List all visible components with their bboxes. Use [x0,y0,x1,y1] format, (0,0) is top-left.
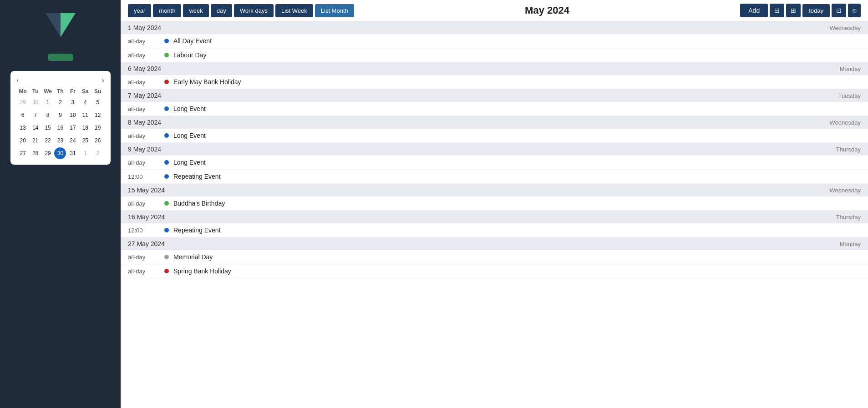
prev-icon-btn[interactable]: ⊟ [770,4,784,17]
mini-cal-day[interactable]: 10 [67,109,79,121]
event-row[interactable]: all-dayLabour Day [121,48,868,62]
event-row[interactable]: all-dayLong Event [121,129,868,143]
mini-cal-day[interactable]: 12 [92,109,104,121]
event-time: all-day [128,106,164,112]
view-btn-year[interactable]: year [128,4,151,17]
event-row[interactable]: 12:00Repeating Event [121,223,868,237]
mini-cal-day[interactable]: 27 [17,147,29,159]
mini-cal-day[interactable]: 14 [30,122,41,134]
mini-cal-day[interactable]: 25 [79,135,91,146]
view-btn-list-month[interactable]: List Month [315,4,354,17]
event-name: Long Event [173,132,206,139]
event-row[interactable]: all-dayLong Event [121,102,868,116]
mini-cal-day[interactable]: 11 [79,109,91,121]
date-label: 9 May 2024 [128,146,836,153]
mini-cal-day[interactable]: 6 [17,109,29,121]
day-name: Thursday [836,214,861,221]
export-icon-btn[interactable]: ⊡ [832,4,846,17]
share-icon-btn[interactable]: ⎋ [848,4,861,17]
event-row[interactable]: all-dayAll Day Event [121,34,868,48]
next-month-button[interactable]: › [102,76,104,84]
mini-cal-day[interactable]: 21 [30,135,41,146]
add-button[interactable]: Add [740,4,768,17]
date-row: 7 May 2024Tuesday [121,89,868,102]
date-row: 1 May 2024Wednesday [121,21,868,34]
view-btn-work-days[interactable]: Work days [234,4,274,17]
day-name: Wednesday [830,187,861,194]
event-row[interactable]: all-daySpring Bank Holiday [121,264,868,278]
mini-cal-day[interactable]: 5 [92,96,104,108]
import-icon-btn[interactable]: ⊞ [786,4,801,17]
event-row[interactable]: 12:00Repeating Event [121,170,868,184]
mini-cal-day[interactable]: 17 [67,122,79,134]
mini-cal-header: ‹ › [17,76,104,84]
mini-cal-day[interactable]: 2 [54,96,66,108]
event-time: all-day [128,79,164,86]
mini-cal-day[interactable]: 1 [79,147,91,159]
event-name: Early May Bank Holiday [173,78,241,86]
event-dot [164,255,169,259]
date-label: 7 May 2024 [128,92,838,99]
home-button[interactable] [48,54,73,61]
event-dot [164,39,169,43]
view-btn-day[interactable]: day [211,4,232,17]
mini-calendar: ‹ › MoTuWeThFrSaSu2930123456789101112131… [10,71,111,165]
day-name: Tuesday [838,92,861,99]
event-time: 12:00 [128,227,164,234]
mini-cal-day[interactable]: 18 [79,122,91,134]
event-name: Labour Day [173,51,206,59]
day-name: Monday [840,241,861,247]
mini-cal-day[interactable]: 16 [54,122,66,134]
event-row[interactable]: all-dayLong Event [121,156,868,170]
mini-cal-day[interactable]: 13 [17,122,29,134]
mini-cal-day[interactable]: 29 [42,147,54,159]
date-row: 15 May 2024Wednesday [121,184,868,196]
mini-cal-day[interactable]: 23 [54,135,66,146]
event-dot [164,53,169,57]
date-row: 27 May 2024Monday [121,237,868,250]
event-name: Spring Bank Holiday [173,267,231,275]
toolbar: yearmonthweekdayWork daysList WeekList M… [121,0,868,21]
day-name: Wednesday [830,25,861,31]
event-dot [164,80,169,84]
view-btn-month[interactable]: month [153,4,181,17]
event-row[interactable]: all-dayEarly May Bank Holiday [121,75,868,89]
event-name: Long Event [173,159,206,166]
view-btn-list-week[interactable]: List Week [275,4,313,17]
mini-cal-month-year [60,77,61,84]
mini-cal-day[interactable]: 31 [67,147,79,159]
mini-cal-day[interactable]: 7 [30,109,41,121]
day-header: We [41,87,54,96]
mini-cal-day[interactable]: 26 [92,135,104,146]
prev-month-button[interactable]: ‹ [17,76,19,84]
mini-cal-day[interactable]: 28 [30,147,41,159]
mini-cal-day[interactable]: 15 [42,122,54,134]
mini-cal-day[interactable]: 2 [92,147,104,159]
mini-cal-day[interactable]: 1 [42,96,54,108]
event-name: Buddha's Birthday [173,200,225,207]
sidebar: ‹ › MoTuWeThFrSaSu2930123456789101112131… [0,0,121,408]
event-name: Repeating Event [173,173,221,180]
mini-cal-day[interactable]: 3 [67,96,79,108]
date-row: 16 May 2024Thursday [121,211,868,223]
vue-logo [42,9,79,41]
mini-cal-day[interactable]: 30 [54,147,66,159]
mini-cal-day[interactable]: 9 [54,109,66,121]
mini-cal-day[interactable]: 30 [30,96,41,108]
mini-cal-day[interactable]: 4 [79,96,91,108]
mini-cal-day[interactable]: 22 [42,135,54,146]
event-row[interactable]: all-dayMemorial Day [121,250,868,264]
event-dot [164,201,169,206]
mini-cal-day[interactable]: 19 [92,122,104,134]
day-header: Mo [17,87,29,96]
day-header: Su [91,87,104,96]
mini-cal-day[interactable]: 24 [67,135,79,146]
day-header: Fr [66,87,79,96]
mini-cal-day[interactable]: 8 [42,109,54,121]
event-row[interactable]: all-dayBuddha's Birthday [121,196,868,211]
event-time: all-day [128,52,164,59]
mini-cal-day[interactable]: 29 [17,96,29,108]
mini-cal-day[interactable]: 20 [17,135,29,146]
view-btn-week[interactable]: week [183,4,208,17]
today-btn[interactable]: today [802,4,830,17]
